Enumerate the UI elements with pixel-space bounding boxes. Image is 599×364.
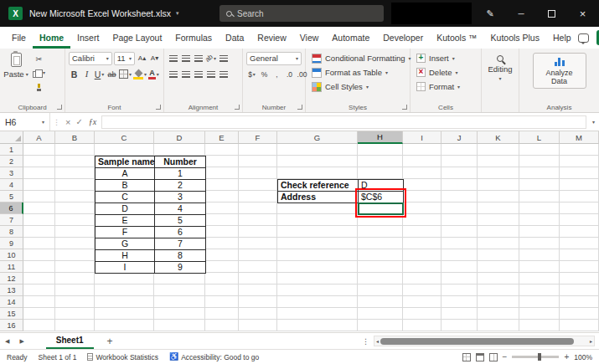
name-box[interactable]: H6 ▾ xyxy=(0,113,50,131)
scrollbar-track[interactable] xyxy=(380,337,588,345)
align-middle-button[interactable] xyxy=(180,52,191,65)
cell-D5[interactable]: 3 xyxy=(154,191,206,203)
cell-C3[interactable]: A xyxy=(95,167,155,180)
align-center-button[interactable] xyxy=(180,68,191,81)
maximize-button[interactable] xyxy=(536,0,566,27)
cell-D4[interactable]: 2 xyxy=(154,179,206,192)
menu-tab-kutools[interactable]: Kutools ™ xyxy=(430,27,483,49)
minimize-button[interactable]: ─ xyxy=(506,0,536,27)
editing-button[interactable]: Editing ▾ xyxy=(483,51,517,81)
column-header-F[interactable]: F xyxy=(239,131,277,144)
grow-font-button[interactable]: A▴ xyxy=(137,52,147,65)
row-header-4[interactable]: 4 xyxy=(0,179,23,191)
menu-tab-formulas[interactable]: Formulas xyxy=(168,27,219,49)
menu-tab-home[interactable]: Home xyxy=(33,27,70,49)
italic-button[interactable]: I xyxy=(81,68,92,81)
insert-cells-button[interactable]: Insert▾ xyxy=(412,51,479,65)
cell-C11[interactable]: I xyxy=(95,261,155,274)
next-sheet-icon[interactable]: ▶ xyxy=(14,338,28,345)
column-header-K[interactable]: K xyxy=(478,131,519,144)
accessibility-status[interactable]: ♿ Accessibility: Good to go xyxy=(169,353,259,361)
menu-tab-view[interactable]: View xyxy=(293,27,326,49)
cell-C4[interactable]: B xyxy=(95,179,155,192)
column-header-C[interactable]: C xyxy=(95,131,154,144)
column-header-M[interactable]: M xyxy=(560,131,599,144)
orientation-button[interactable]: ab▾ xyxy=(205,52,216,65)
conditional-formatting-button[interactable]: Conditional Formatting▾ xyxy=(307,51,408,65)
zoom-level[interactable]: 100% xyxy=(574,353,592,361)
column-header-L[interactable]: L xyxy=(519,131,560,144)
paste-button[interactable]: Paste▾ xyxy=(2,51,30,101)
page-layout-view-button[interactable] xyxy=(476,353,484,361)
strikethrough-button[interactable]: ab xyxy=(106,68,117,81)
menu-tab-insert[interactable]: Insert xyxy=(70,27,106,49)
cell-D3[interactable]: 1 xyxy=(154,167,206,180)
title-chevron-icon[interactable]: ▾ xyxy=(176,10,179,17)
row-header-2[interactable]: 2 xyxy=(0,156,23,167)
cell-D2[interactable]: Number xyxy=(154,156,206,168)
fill-color-button[interactable]: ▾ xyxy=(133,68,147,81)
cell-D11[interactable]: 9 xyxy=(154,261,206,274)
format-as-table-button[interactable]: Format as Table▾ xyxy=(307,65,408,79)
page-break-view-button[interactable] xyxy=(489,353,498,361)
column-header-D[interactable]: D xyxy=(154,131,205,144)
cell-C5[interactable]: C xyxy=(95,191,155,203)
normal-view-button[interactable] xyxy=(462,353,471,361)
align-right-button[interactable] xyxy=(193,68,204,81)
align-top-button[interactable] xyxy=(168,52,178,65)
excel-logo-icon[interactable]: X xyxy=(8,7,23,20)
cut-button[interactable]: ✂ xyxy=(33,52,45,65)
increase-indent-button[interactable] xyxy=(218,68,229,81)
analyze-data-button[interactable]: Analyze Data xyxy=(533,53,586,89)
prev-sheet-icon[interactable]: ◀ xyxy=(0,338,14,345)
wrap-text-button[interactable] xyxy=(218,52,229,65)
sheet-tab-sheet1[interactable]: Sheet1 xyxy=(46,333,94,349)
close-button[interactable]: × xyxy=(566,0,599,27)
row-header-3[interactable]: 3 xyxy=(0,167,23,179)
menu-tab-data[interactable]: Data xyxy=(219,27,250,49)
row-header-13[interactable]: 13 xyxy=(0,285,23,296)
font-color-button[interactable]: A▾ xyxy=(148,68,159,81)
formula-input[interactable] xyxy=(101,115,586,129)
scroll-right-icon[interactable]: ▸ xyxy=(590,338,592,344)
zoom-slider-thumb[interactable] xyxy=(538,353,541,361)
delete-cells-button[interactable]: Delete▾ xyxy=(412,65,479,79)
align-left-button[interactable] xyxy=(168,68,178,81)
copy-button[interactable]: ▾ xyxy=(33,66,45,79)
cell-D6[interactable]: 4 xyxy=(154,203,206,215)
ink-pen-icon[interactable]: ✎ xyxy=(479,0,501,27)
column-header-H[interactable]: H xyxy=(358,131,403,144)
search-input[interactable]: Search xyxy=(219,5,384,22)
column-header-A[interactable]: A xyxy=(23,131,55,144)
horizontal-scrollbar[interactable]: ◂ ▸ xyxy=(374,336,595,346)
workbook-statistics-button[interactable]: Workbook Statistics xyxy=(87,353,157,361)
column-header-E[interactable]: E xyxy=(205,131,239,144)
decrease-indent-button[interactable] xyxy=(205,68,216,81)
scrollbar-thumb[interactable] xyxy=(380,338,574,345)
row-header-9[interactable]: 9 xyxy=(0,238,23,249)
increase-decimal-button[interactable]: .0 xyxy=(284,68,295,81)
percent-style-button[interactable]: % xyxy=(259,68,270,81)
comma-style-button[interactable]: , xyxy=(271,68,282,81)
clipboard-dialog-launcher[interactable] xyxy=(57,105,62,110)
cell-D9[interactable]: 7 xyxy=(154,238,206,250)
menu-tab-file[interactable]: File xyxy=(5,27,33,49)
borders-button[interactable]: ▾ xyxy=(119,68,132,81)
zoom-in-button[interactable]: + xyxy=(564,352,569,361)
shrink-font-button[interactable]: A▾ xyxy=(149,52,160,65)
cell-D8[interactable]: 6 xyxy=(154,226,206,238)
formula-bar-handle[interactable]: ⋮ xyxy=(50,118,63,126)
row-header-16[interactable]: 16 xyxy=(0,320,23,331)
format-painter-button[interactable] xyxy=(33,80,45,94)
select-all-button[interactable] xyxy=(0,131,23,144)
scroll-left-icon[interactable]: ◂ xyxy=(376,338,379,344)
zoom-slider[interactable] xyxy=(512,356,559,358)
column-header-B[interactable]: B xyxy=(55,131,95,144)
menu-tab-automate[interactable]: Automate xyxy=(325,27,376,49)
column-header-J[interactable]: J xyxy=(442,131,478,144)
cell-styles-button[interactable]: Cell Styles▾ xyxy=(307,79,408,94)
underline-button[interactable]: U▾ xyxy=(94,68,105,81)
cell-C2[interactable]: Sample name xyxy=(95,156,155,168)
menu-tab-developer[interactable]: Developer xyxy=(376,27,430,49)
menu-tab-page-layout[interactable]: Page Layout xyxy=(106,27,168,49)
